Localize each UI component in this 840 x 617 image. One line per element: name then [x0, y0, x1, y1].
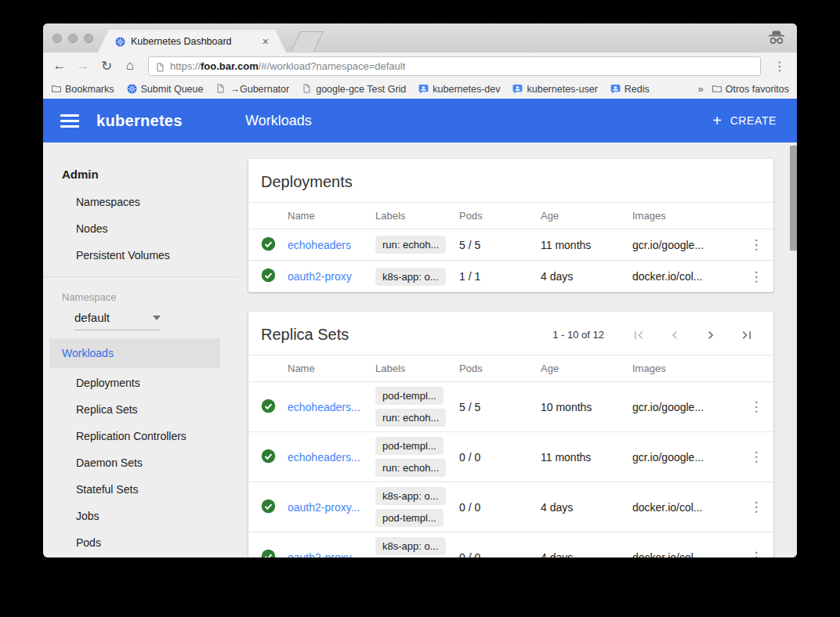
row-menu-kebab-icon[interactable]: ⋮: [739, 399, 773, 415]
pods-cell: 0 / 0: [459, 551, 541, 558]
other-bookmarks-folder[interactable]: Otros favoritos: [711, 84, 789, 95]
app-header: kubernetes Workloads + CREATE: [43, 99, 797, 143]
url-domain: foo.bar.com: [201, 60, 259, 72]
minimize-window-button[interactable]: [68, 34, 78, 43]
sidebar-item-pods[interactable]: Pods: [43, 529, 239, 556]
back-icon[interactable]: ←: [49, 56, 70, 76]
status-ok-icon: [261, 236, 276, 254]
resource-link[interactable]: oauth2-proxy...: [288, 501, 375, 514]
create-button[interactable]: + CREATE: [712, 112, 777, 130]
status-ok-icon: [261, 499, 276, 516]
next-page-icon[interactable]: [703, 327, 719, 343]
sidebar-item-replication-controllers[interactable]: Replication Controllers: [43, 423, 239, 449]
previous-page-icon[interactable]: [667, 327, 682, 343]
page-scrollbar-thumb[interactable]: [790, 146, 797, 251]
sidebar-item-stateful-sets[interactable]: Stateful Sets: [43, 476, 239, 503]
status-ok-icon: [261, 449, 276, 466]
column-images: Images: [632, 210, 739, 222]
bookmark-bookmarks[interactable]: Bookmarks: [51, 84, 114, 95]
images-cell: docker.io/col...: [632, 270, 739, 283]
bookmark-kubernetes-dev[interactable]: kubernetes-dev: [418, 84, 500, 95]
content-area: Deployments Name Labels Pods Age Images …: [239, 143, 797, 557]
row-menu-kebab-icon[interactable]: ⋮: [739, 499, 773, 515]
column-images: Images: [632, 363, 739, 374]
row-menu-kebab-icon[interactable]: ⋮: [739, 549, 773, 557]
sidebar-item-namespaces[interactable]: Namespaces: [43, 189, 239, 215]
sidebar-item-replica-sets[interactable]: Replica Sets: [43, 396, 239, 423]
resource-link[interactable]: echoheaders...: [288, 401, 375, 413]
url-text: https://foo.bar.com/#/workload?namespace…: [170, 60, 405, 72]
sidebar-item-workloads[interactable]: Workloads: [49, 338, 220, 368]
reload-icon[interactable]: ↻: [96, 56, 117, 76]
bookmark-google-gce-test-grid[interactable]: google-gce Test Grid: [302, 84, 406, 95]
sidebar-item-daemon-sets[interactable]: Daemon Sets: [43, 449, 239, 476]
table-row: echoheaders... pod-templ... run: echoh..…: [248, 432, 773, 482]
resource-link[interactable]: oauth2-proxy: [288, 270, 375, 283]
browser-toolbar: ← → ↻ ⌂ https://foo.bar.com/#/workload?n…: [43, 52, 797, 79]
tab-title: Kubernetes Dashboard: [131, 36, 257, 47]
age-cell: 4 days: [541, 270, 632, 283]
traffic-lights: [52, 34, 93, 43]
folder-icon: [711, 84, 722, 94]
bookmark-submit-queue[interactable]: Submit Queue: [127, 84, 204, 95]
label-chip: k8s-app: o...: [375, 268, 446, 286]
page-icon: [215, 84, 226, 94]
images-cell: docker.io/col...: [632, 551, 739, 558]
status-ok-icon: [261, 268, 276, 285]
pagination-range: 1 - 10 of 12: [552, 329, 604, 341]
pods-cell: 1 / 1: [459, 270, 541, 283]
label-chip: pod-templ...: [375, 509, 444, 527]
row-menu-kebab-icon[interactable]: ⋮: [739, 236, 773, 253]
sidebar-item-deployments[interactable]: Deployments: [43, 370, 239, 396]
new-tab-button[interactable]: [291, 31, 324, 52]
table-row: echoheaders run: echoh... 5 / 5 11 month…: [248, 229, 773, 261]
column-name: Name: [288, 210, 375, 222]
address-bar[interactable]: https://foo.bar.com/#/workload?namespace…: [148, 56, 761, 76]
url-scheme: https://: [170, 60, 201, 72]
sidebar: Admin Namespaces Nodes Persistent Volume…: [43, 143, 239, 557]
bookmark-redis[interactable]: Redis: [610, 84, 650, 95]
close-window-button[interactable]: [52, 34, 62, 43]
groups-icon: [512, 84, 523, 94]
incognito-icon: [767, 30, 786, 47]
deployments-card: Deployments Name Labels Pods Age Images …: [248, 159, 773, 292]
pods-cell: 5 / 5: [459, 401, 541, 413]
sidebar-item-jobs[interactable]: Jobs: [43, 503, 239, 529]
namespace-value: default: [74, 311, 110, 324]
resource-link[interactable]: oauth2-proxy...: [288, 551, 375, 558]
kubernetes-brand: kubernetes: [96, 112, 183, 130]
folder-icon: [51, 84, 61, 94]
pods-cell: 0 / 0: [459, 451, 541, 464]
label-chip: pod-templ...: [375, 387, 444, 405]
page-scrollbar-track[interactable]: [790, 143, 797, 557]
label-chip: run: echoh...: [375, 459, 446, 477]
resource-link[interactable]: echoheaders: [288, 239, 375, 251]
hamburger-menu-icon[interactable]: [60, 114, 79, 128]
bookmark-kubernetes-user[interactable]: kubernetes-user: [512, 84, 597, 95]
kubernetes-favicon-icon: [115, 36, 125, 46]
tab-close-icon[interactable]: ×: [262, 35, 269, 48]
forward-icon[interactable]: →: [73, 56, 93, 76]
browser-menu-kebab-icon[interactable]: ⋮: [769, 59, 791, 74]
namespace-select[interactable]: default: [74, 311, 161, 330]
sidebar-item-nodes[interactable]: Nodes: [43, 215, 239, 242]
label-chip: pod-templ...: [375, 437, 444, 455]
bookmarks-overflow-chevron-icon[interactable]: »: [697, 83, 703, 95]
age-cell: 11 months: [541, 451, 632, 464]
images-cell: gcr.io/google...: [632, 401, 739, 413]
row-menu-kebab-icon[interactable]: ⋮: [739, 449, 773, 465]
label-chip: k8s-app: o...: [375, 487, 446, 505]
row-menu-kebab-icon[interactable]: ⋮: [739, 269, 773, 285]
first-page-icon[interactable]: [631, 327, 646, 343]
label-chip: run: echoh...: [375, 236, 446, 254]
browser-tab[interactable]: Kubernetes Dashboard ×: [98, 30, 286, 52]
last-page-icon[interactable]: [739, 327, 755, 343]
zoom-window-button[interactable]: [84, 34, 93, 43]
sidebar-item-persistent-volumes[interactable]: Persistent Volumes: [43, 242, 239, 269]
label-chip: run: echoh...: [375, 409, 446, 427]
bookmark-gubernator[interactable]: →Gubernator: [215, 84, 289, 95]
home-icon[interactable]: ⌂: [120, 56, 140, 76]
table-row: echoheaders... pod-templ... run: echoh..…: [248, 382, 773, 432]
sidebar-item-admin[interactable]: Admin: [43, 168, 239, 189]
resource-link[interactable]: echoheaders...: [288, 451, 375, 464]
